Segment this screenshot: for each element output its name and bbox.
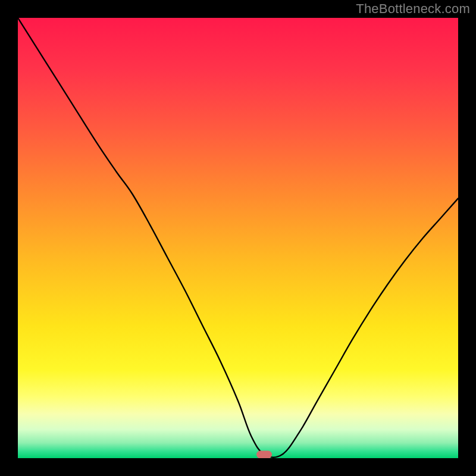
chart-frame: TheBottleneck.com — [0, 0, 476, 476]
bottleneck-curve — [18, 18, 458, 458]
plot-area — [18, 18, 458, 458]
optimal-marker — [256, 451, 272, 458]
curve-layer — [18, 18, 458, 458]
watermark-text: TheBottleneck.com — [356, 1, 470, 17]
